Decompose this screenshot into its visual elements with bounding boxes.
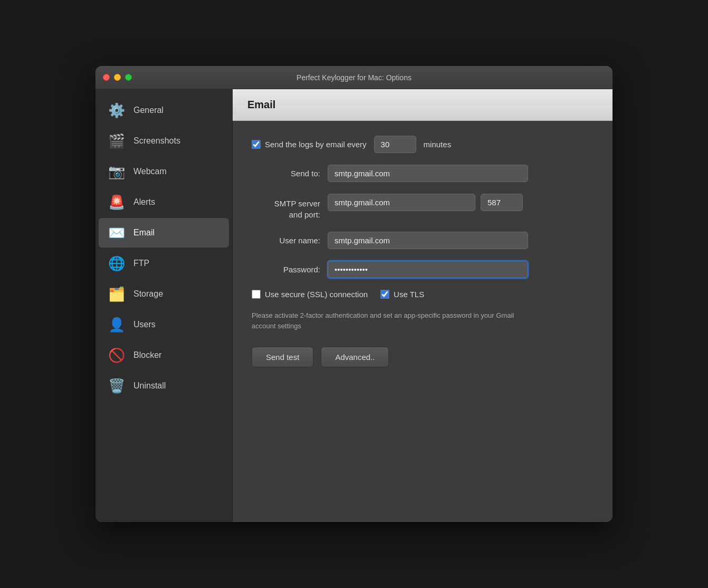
- username-label: User name:: [252, 236, 320, 245]
- sidebar: ⚙️ General 🎬 Screenshots 📷 Webcam 🚨 Aler…: [95, 89, 233, 522]
- password-label: Password:: [252, 265, 320, 274]
- panel-title: Email: [247, 99, 275, 110]
- sidebar-item-uninstall[interactable]: 🗑️ Uninstall: [99, 371, 229, 401]
- tls-checkbox-row: Use TLS: [380, 290, 424, 299]
- smtp-row: SMTP serverand port:: [252, 194, 594, 220]
- ssl-tls-row: Use secure (SSL) connection Use TLS: [252, 290, 594, 299]
- username-row: User name:: [252, 232, 594, 249]
- window-title: Perfect Keylogger for Mac: Options: [296, 73, 412, 82]
- minutes-label: minutes: [424, 140, 452, 149]
- tls-checkbox[interactable]: [380, 290, 389, 299]
- close-button[interactable]: [103, 74, 110, 81]
- sidebar-item-alerts[interactable]: 🚨 Alerts: [99, 187, 229, 217]
- sidebar-label-ftp: FTP: [133, 259, 149, 268]
- sidebar-label-screenshots: Screenshots: [133, 136, 180, 146]
- username-input[interactable]: [328, 232, 528, 249]
- webcam-icon: 📷: [107, 162, 126, 181]
- advanced-button[interactable]: Advanced..: [321, 347, 389, 367]
- password-input[interactable]: [328, 261, 528, 278]
- panel-header: Email: [233, 89, 613, 121]
- sidebar-item-storage[interactable]: 🗂️ Storage: [99, 279, 229, 309]
- ssl-checkbox-row: Use secure (SSL) connection: [252, 290, 368, 299]
- traffic-lights: [103, 74, 132, 81]
- general-icon: ⚙️: [107, 101, 126, 120]
- send-to-label: Send to:: [252, 169, 320, 178]
- sidebar-label-uninstall: Uninstall: [133, 381, 166, 391]
- sidebar-item-users[interactable]: 👤 Users: [99, 310, 229, 339]
- ssl-checkbox[interactable]: [252, 290, 261, 299]
- alerts-icon: 🚨: [107, 193, 126, 212]
- titlebar: Perfect Keylogger for Mac: Options: [95, 66, 613, 89]
- panel-body: Send the logs by email every minutes Sen…: [233, 121, 613, 382]
- blocker-icon: 🚫: [107, 346, 126, 365]
- send-to-input[interactable]: [328, 165, 528, 182]
- send-logs-row: Send the logs by email every minutes: [252, 136, 594, 153]
- minimize-button[interactable]: [114, 74, 121, 81]
- smtp-port-input[interactable]: [481, 194, 523, 211]
- sidebar-label-alerts: Alerts: [133, 197, 155, 207]
- main-window: Perfect Keylogger for Mac: Options ⚙️ Ge…: [95, 66, 613, 522]
- send-logs-checkbox-row: Send the logs by email every: [252, 140, 367, 149]
- ssl-label: Use secure (SSL) connection: [265, 290, 368, 299]
- sidebar-item-blocker[interactable]: 🚫 Blocker: [99, 340, 229, 370]
- email-icon: ✉️: [107, 223, 126, 242]
- sidebar-label-blocker: Blocker: [133, 350, 161, 360]
- sidebar-label-email: Email: [133, 228, 155, 238]
- sidebar-item-ftp[interactable]: 🌐 FTP: [99, 249, 229, 278]
- send-test-button[interactable]: Send test: [252, 347, 313, 367]
- sidebar-item-general[interactable]: ⚙️ General: [99, 96, 229, 125]
- info-text: Please activate 2-factor authentication …: [252, 310, 526, 331]
- screenshots-icon: 🎬: [107, 131, 126, 150]
- ftp-icon: 🌐: [107, 254, 126, 273]
- sidebar-label-webcam: Webcam: [133, 167, 167, 176]
- sidebar-item-webcam[interactable]: 📷 Webcam: [99, 157, 229, 186]
- smtp-label-col: SMTP serverand port:: [252, 194, 320, 220]
- sidebar-item-screenshots[interactable]: 🎬 Screenshots: [99, 126, 229, 156]
- uninstall-icon: 🗑️: [107, 376, 126, 395]
- smtp-label: SMTP serverand port:: [274, 199, 320, 219]
- send-logs-label: Send the logs by email every: [265, 140, 367, 149]
- smtp-inputs: [328, 194, 523, 211]
- tls-label: Use TLS: [394, 290, 424, 299]
- main-panel: Email Send the logs by email every minut…: [233, 89, 613, 522]
- storage-icon: 🗂️: [107, 284, 126, 304]
- sidebar-item-email[interactable]: ✉️ Email: [99, 218, 229, 248]
- maximize-button[interactable]: [125, 74, 132, 81]
- content-area: ⚙️ General 🎬 Screenshots 📷 Webcam 🚨 Aler…: [95, 89, 613, 522]
- sidebar-label-users: Users: [133, 320, 156, 329]
- smtp-server-input[interactable]: [328, 194, 475, 211]
- interval-input[interactable]: [374, 136, 416, 153]
- send-to-row: Send to:: [252, 165, 594, 182]
- password-row: Password:: [252, 261, 594, 278]
- users-icon: 👤: [107, 315, 126, 334]
- sidebar-label-storage: Storage: [133, 289, 163, 299]
- sidebar-label-general: General: [133, 106, 164, 115]
- buttons-row: Send test Advanced..: [252, 347, 594, 367]
- send-logs-checkbox[interactable]: [252, 140, 261, 149]
